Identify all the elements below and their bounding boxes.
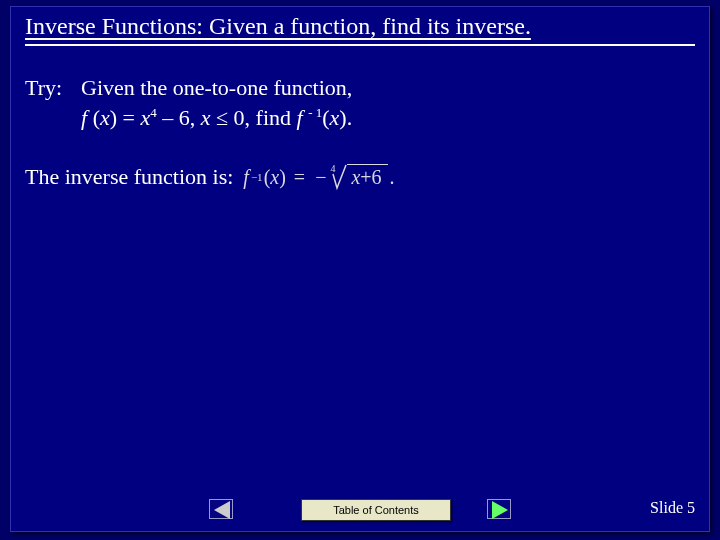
rad-six: 6 [372, 164, 382, 191]
rad-plus: + [360, 164, 371, 191]
prev-button[interactable] [207, 499, 237, 521]
fx2-open: ( [322, 105, 329, 130]
try-block: Try: Given the one-to-one function, [25, 73, 695, 103]
fx-find: , find [245, 105, 297, 130]
triangle-left-icon [214, 501, 230, 519]
fx-zero: 0 [234, 105, 245, 130]
slide-body: Try: Given the one-to-one function, f (x… [25, 73, 695, 192]
fx2-close: ). [339, 105, 352, 130]
answer-row: The inverse function is: f−1(x) = − 4 x … [25, 162, 695, 192]
triangle-right-icon [492, 501, 508, 519]
formula-f: f [243, 164, 249, 191]
fx-x: x [100, 105, 110, 130]
slide: Inverse Functions: Given a function, fin… [10, 6, 710, 532]
fx-xvar: x [201, 105, 216, 130]
fx-close: ) [110, 105, 117, 130]
slide-title: Inverse Functions: Given a function, fin… [25, 13, 695, 42]
answer-formula: f−1(x) = − 4 x + 6 . [243, 164, 394, 191]
radicand: x + 6 [347, 164, 387, 190]
title-underline [25, 44, 695, 46]
formula-period: . [390, 164, 395, 191]
fx-f2: f [297, 105, 309, 130]
fx2-x: x [330, 105, 340, 130]
root-icon: 4 x + 6 [332, 164, 387, 190]
slide-number: Slide 5 [650, 499, 695, 517]
formula-eq: = [294, 164, 305, 191]
formula-x: x [270, 164, 279, 191]
formula-close: ) [279, 164, 286, 191]
try-label: Try: [25, 73, 81, 103]
footer: Table of Contents Slide 5 [11, 491, 709, 521]
try-line2: f (x) = x4 – 6, x ≤ 0, find f - 1(x). [81, 103, 695, 133]
fx-xbase: x [140, 105, 150, 130]
next-button[interactable] [485, 499, 515, 521]
formula-neg: − [315, 164, 326, 191]
fx-f: f [81, 105, 93, 130]
toc-label: Table of Contents [333, 504, 419, 516]
answer-label: The inverse function is: [25, 162, 243, 192]
toc-button[interactable]: Table of Contents [301, 499, 451, 521]
fx-mid: – 6, [157, 105, 201, 130]
fx-eq: = [117, 105, 140, 130]
title-area: Inverse Functions: Given a function, fin… [25, 13, 695, 46]
fx-negexp: - 1 [308, 104, 322, 119]
formula-sup: −1 [251, 170, 263, 185]
root-index: 4 [330, 162, 335, 176]
rad-x: x [351, 164, 360, 191]
le-symbol: ≤ [216, 105, 234, 130]
fx-open: ( [93, 105, 100, 130]
try-line1: Given the one-to-one function, [81, 73, 695, 103]
